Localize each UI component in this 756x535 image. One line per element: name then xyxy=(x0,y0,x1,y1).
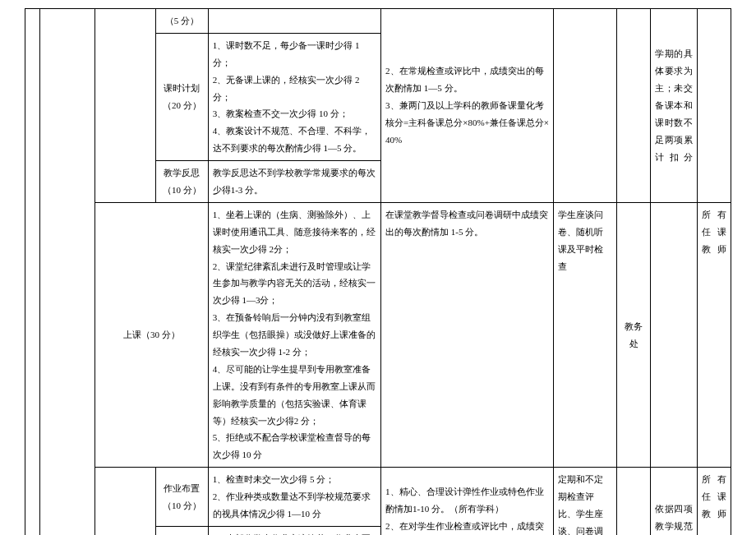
cell-hw-assign-sub: 作业布置（10 分） xyxy=(156,468,209,527)
cell-top-note: 学期的具体要求为主；未交备课本和课时数不足两项累计扣分 xyxy=(651,9,697,203)
row-hw-assign: 作业布置和批改（35 分） 作业布置（10 分） 1、检查时未交一次少得 5 分… xyxy=(25,468,731,527)
cell-hw-cat: 作业布置和批改（35 分） xyxy=(95,468,156,535)
cell-top-bonus: 2、在常规检查或评比中，成绩突出的每次酌情加 1—5 分。 3、兼两门及以上学科… xyxy=(381,9,554,203)
cell-5fen: （5 分） xyxy=(156,9,209,34)
cell-hw-correct-ded: 1、大部分学生作业字迹潦草、作业本不整洁每次酌情少得 1-3 分。 2、批改不规… xyxy=(208,526,380,535)
blank-col-1 xyxy=(25,9,40,536)
cell-hw-dept: 教务处 xyxy=(617,468,651,535)
row-top: （5 分） 2、在常规检查或评比中，成绩突出的每次酌情加 1—5 分。 3、兼两… xyxy=(25,9,731,34)
cell-class-meth: 学生座谈问卷、随机听课及平时检查 xyxy=(554,202,617,467)
cell-hw-bonus: 1、精心、合理设计弹性作业或特色作业酌情加1-10 分。（所有学科） 2、在对学… xyxy=(381,468,554,535)
cell-class-cat: 上课（30 分） xyxy=(95,202,209,467)
cell-plan-sub: 课时计划（20 分） xyxy=(156,33,209,160)
cell-hw-meth: 定期和不定期检查评比、学生座谈、问卷调查 xyxy=(554,468,617,535)
cell-top-ded xyxy=(208,9,380,34)
cell-top-dept xyxy=(617,9,651,203)
evaluation-table: （5 分） 2、在常规检查或评比中，成绩突出的每次酌情加 1—5 分。 3、兼两… xyxy=(25,8,731,535)
cell-top-meth xyxy=(554,9,617,203)
cell-hw-scope: 所有任课教师 xyxy=(697,468,731,535)
cell-class-ded: 1、坐着上课的（生病、测验除外）、上课时使用通讯工具、随意接待来客的，经核实一次… xyxy=(208,202,380,467)
cell-class-dept: 教务处 xyxy=(617,202,651,467)
cell-hw-assign-ded: 1、检查时未交一次少得 5 分； 2、作业种类或数量达不到学校规范要求的视具体情… xyxy=(208,468,380,527)
cell-plan-ded: 1、课时数不足，每少备一课时少得 1 分； 2、无备课上课的，经核实一次少得 2… xyxy=(208,33,380,160)
cell-class-note xyxy=(651,202,697,467)
cell-class-scope: 所有任课教师 xyxy=(697,202,731,467)
cell-reflect-sub: 教学反思（10 分） xyxy=(156,161,209,203)
row-class: 上课（30 分） 1、坐着上课的（生病、测验除外）、上课时使用通讯工具、随意接待… xyxy=(25,202,731,467)
cell-hw-correct-sub: 作业批改（10 分） xyxy=(156,526,209,535)
cell-top-scope xyxy=(697,9,731,203)
cell-reflect-ded: 教学反思达不到学校教学常规要求的每次少得1-3 分。 xyxy=(208,161,380,203)
cell-class-bonus: 在课堂教学督导检查或问卷调研中成绩突出的每次酌情加 1-5 分。 xyxy=(381,202,554,467)
cell-top-cat xyxy=(95,9,156,203)
blank-col-2 xyxy=(40,9,95,536)
cell-hw-note: 依据四项教学规范要求，如果无书面作业的学科本项得 20分 xyxy=(651,468,697,535)
